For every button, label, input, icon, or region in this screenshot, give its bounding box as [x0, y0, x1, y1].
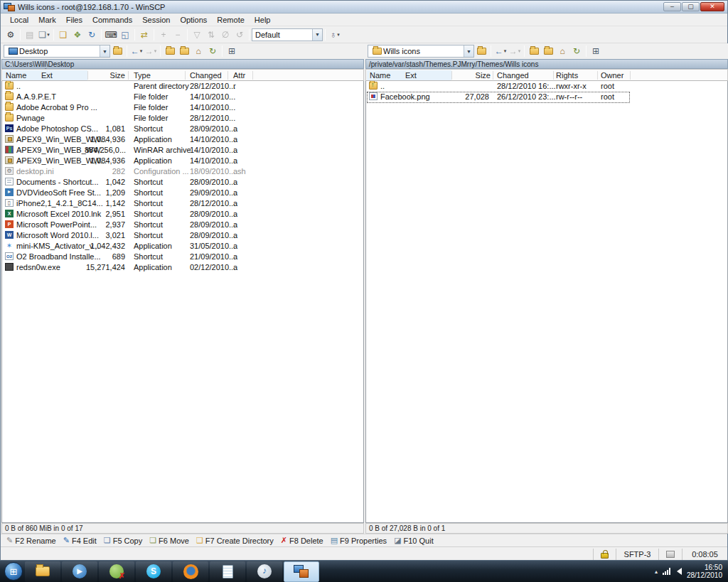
firefox-button[interactable]	[173, 561, 208, 582]
back-icon[interactable]: ←▾	[129, 44, 144, 58]
delete-command[interactable]: ✗F8 Delete	[281, 536, 323, 545]
chevron-down-icon[interactable]: ▾	[154, 48, 157, 54]
chevron-down-icon[interactable]: ▾	[337, 32, 340, 38]
column-size[interactable]: Size	[86, 71, 125, 80]
chevron-down-icon[interactable]: ▾	[504, 48, 507, 54]
copy-command[interactable]: ❏F5 Copy	[104, 536, 142, 545]
file-row[interactable]: desktop.ini282Configuration ...18/09/201…	[2, 166, 363, 177]
itunes-button[interactable]: ♪	[247, 561, 282, 582]
column-type[interactable]: Type	[134, 71, 151, 80]
explorer-button[interactable]	[25, 561, 60, 582]
file-row[interactable]: Adobe Acrobat 9 Pro ...File folder14/10/…	[2, 102, 363, 113]
close-button[interactable]: ✕	[700, 2, 724, 11]
file-row[interactable]: DVDVideoSoft Free St...1,209Shortcut29/0…	[2, 188, 363, 198]
skype-button[interactable]: S	[136, 561, 171, 582]
directory-combo[interactable]: Wills icons▼	[368, 45, 474, 58]
notepad-button[interactable]	[210, 561, 245, 582]
column-rights[interactable]: Rights	[556, 71, 578, 80]
chevron-down-icon[interactable]: ▼	[312, 29, 322, 41]
preferences-icon[interactable]: ⚙	[4, 28, 18, 42]
media-player-button[interactable]: ▶	[62, 561, 97, 582]
explore-directory-icon[interactable]: ◱	[118, 28, 132, 42]
minimize-button[interactable]: –	[663, 2, 681, 11]
parent-directory-icon[interactable]	[163, 44, 177, 58]
column-name[interactable]: Name	[370, 71, 390, 80]
column-changed[interactable]: Changed	[190, 71, 222, 80]
file-row[interactable]: Microsoft Excel 2010.lnk2,951Shortcut28/…	[2, 209, 363, 220]
chevron-down-icon[interactable]: ▼	[464, 45, 473, 57]
menu-mark[interactable]: Mark	[33, 14, 60, 26]
file-row[interactable]: mini-KMS_Activator_v...1,042,432Applicat…	[2, 241, 363, 252]
file-row[interactable]: A.A.9.P.E.TFile folder14/10/2010...	[2, 92, 363, 102]
file-row[interactable]: Documents - Shortcut...1,042Shortcut28/0…	[2, 177, 363, 188]
tree-icon[interactable]: ⊞	[589, 44, 603, 58]
column-changed[interactable]: Changed	[497, 71, 529, 80]
chevron-down-icon[interactable]: ▼	[100, 45, 109, 57]
reconnect-icon[interactable]: ↻	[85, 28, 99, 42]
properties-command[interactable]: ▤F9 Properties	[331, 536, 387, 545]
column-owner[interactable]: Owner	[601, 71, 623, 80]
refresh-icon[interactable]: ↻	[569, 44, 584, 58]
directory-combo[interactable]: Desktop▼	[4, 45, 110, 58]
root-directory-icon[interactable]	[541, 44, 555, 58]
duplicate-session-icon[interactable]: ❖	[70, 28, 85, 42]
menu-remote[interactable]: Remote	[212, 14, 250, 26]
menu-local[interactable]: Local	[5, 14, 33, 26]
console-icon[interactable]: ⌨	[104, 28, 118, 42]
menu-options[interactable]: Options	[175, 14, 212, 26]
tree-icon[interactable]: ⊞	[225, 44, 239, 58]
edit-command[interactable]: ✎F4 Edit	[63, 536, 97, 545]
open-directory-icon[interactable]	[474, 44, 488, 58]
file-row[interactable]: Facebook.png27,02826/12/2010 23:...rw-r-…	[366, 92, 727, 102]
quit-command[interactable]: ◪F10 Quit	[394, 536, 434, 545]
network-signal-icon[interactable]	[663, 568, 672, 575]
file-row[interactable]: iPhone2,1_4.2.1_8C14...1,142Shortcut28/1…	[2, 198, 363, 209]
file-row[interactable]: ..28/12/2010 16:...rwxr-xr-xroot	[366, 81, 727, 92]
menu-help[interactable]: Help	[250, 14, 276, 26]
taskbar-clock[interactable]: 16:5028/12/2010	[687, 564, 722, 579]
file-row[interactable]: Microsoft PowerPoint...2,937Shortcut28/0…	[2, 220, 363, 230]
parent-directory-icon[interactable]	[527, 44, 541, 58]
file-row[interactable]: redsn0w.exe15,271,424Application02/12/20…	[2, 262, 363, 273]
menu-commands[interactable]: Commands	[87, 14, 137, 26]
synchronize-icon[interactable]: ⇄	[137, 28, 151, 42]
file-row[interactable]: PwnageFile folder28/12/2010...	[2, 113, 363, 124]
file-row[interactable]: O2 Broadband Installe...689Shortcut21/09…	[2, 252, 363, 262]
root-directory-icon[interactable]	[177, 44, 191, 58]
file-row[interactable]: Microsoft Word 2010.l...3,021Shortcut28/…	[2, 230, 363, 241]
menu-files[interactable]: Files	[61, 14, 87, 26]
file-row[interactable]: Adobe Photoshop CS...1,081Shortcut28/09/…	[2, 124, 363, 134]
move-command[interactable]: ❏F6 Move	[149, 536, 189, 545]
chevron-down-icon[interactable]: ▾	[518, 48, 521, 54]
refresh-icon[interactable]: ↻	[205, 44, 220, 58]
rename-icon: ✎	[6, 536, 13, 545]
menu-session[interactable]: Session	[137, 14, 175, 26]
volume-icon[interactable]	[677, 568, 682, 575]
file-row[interactable]: APEX9_Win_WEB_WW...1,084,936Application1…	[2, 134, 363, 145]
chevron-down-icon[interactable]: ▾	[47, 32, 50, 38]
column-size[interactable]: Size	[450, 71, 491, 80]
file-row[interactable]: APEX9_Win_WEB_WW...1,084,936Application1…	[2, 156, 363, 166]
home-directory-icon[interactable]: ⌂	[555, 44, 569, 58]
open-directory-icon[interactable]	[110, 44, 124, 58]
transfer-settings-icon-glyph: ♁	[330, 30, 336, 40]
create-directory-command[interactable]: ❑F7 Create Directory	[196, 536, 274, 545]
start-button[interactable]: ⊞	[3, 561, 24, 582]
messenger-button[interactable]	[99, 561, 134, 582]
stored-sessions-icon[interactable]: ❏▾	[37, 28, 51, 42]
home-directory-icon[interactable]: ⌂	[191, 44, 205, 58]
file-row[interactable]: ..Parent directory28/12/2010...r	[2, 81, 363, 92]
column-attr[interactable]: Attr	[233, 71, 245, 80]
show-hidden-icons-icon[interactable]: ▴	[655, 568, 658, 575]
file-row[interactable]: APEX9_Win_WEB_WW...884,256,0...WinRAR ar…	[2, 145, 363, 156]
new-session-icon[interactable]: ❑	[56, 28, 70, 42]
transfer-settings-icon[interactable]: ♁▾	[328, 28, 342, 42]
winscp-button[interactable]	[284, 561, 319, 582]
rename-command[interactable]: ✎F2 Rename	[6, 536, 56, 545]
back-icon[interactable]: ←▾	[493, 44, 508, 58]
column-name[interactable]: Name	[6, 71, 26, 80]
maximize-button[interactable]: ▢	[682, 2, 700, 11]
session-combo[interactable]: Default▼	[252, 28, 323, 41]
chevron-down-icon[interactable]: ▾	[140, 48, 143, 54]
ppt-icon	[5, 220, 14, 228]
